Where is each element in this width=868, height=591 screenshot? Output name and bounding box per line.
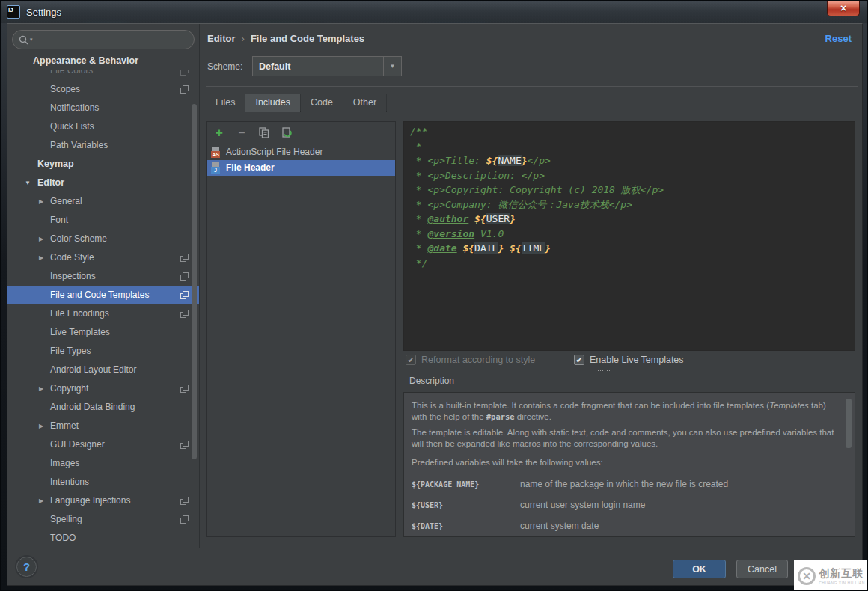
sidebar-item-images[interactable]: Images <box>7 454 199 473</box>
sidebar-items: ScopesNotificationsQuick ListsPath Varia… <box>7 80 199 548</box>
sidebar-item-notifications[interactable]: Notifications <box>7 99 199 117</box>
scheme-dropdown[interactable]: Default ▼ <box>252 56 402 76</box>
titlebar[interactable]: IJ Settings × <box>1 1 867 23</box>
template-editor[interactable]: /** * * <p>Title: ${NAME}</p> * <p>Descr… <box>403 121 855 351</box>
expand-arrow-icon[interactable]: ▶ <box>39 230 43 248</box>
shared-settings-icon <box>180 272 189 281</box>
close-button[interactable]: × <box>827 1 860 16</box>
tab-includes[interactable]: Includes <box>245 94 300 112</box>
scheme-value: Default <box>253 61 383 72</box>
intellij-logo-icon: IJ <box>7 5 20 19</box>
sidebar-item-todo[interactable]: TODO <box>7 529 199 548</box>
revert-icon[interactable] <box>280 126 293 140</box>
expand-arrow-icon[interactable]: ▶ <box>39 248 43 267</box>
variable-description: current system date <box>520 521 841 532</box>
ok-button[interactable]: OK <box>673 560 726 578</box>
sidebar-scrollbar-thumb[interactable] <box>192 104 197 459</box>
sidebar-item-file-and-code-templates[interactable]: File and Code Templates <box>7 286 199 304</box>
live-templates-checkbox[interactable]: ✔ <box>574 355 584 365</box>
sidebar-item-label: Quick Lists <box>50 121 94 132</box>
cancel-button[interactable]: Cancel <box>736 560 788 578</box>
code-line: * @author ${USER} <box>410 212 855 227</box>
expand-arrow-icon[interactable]: ▶ <box>39 379 43 398</box>
sidebar-item-label: File Encodings <box>50 308 109 319</box>
sidebar-item-code-style[interactable]: ▶Code Style <box>7 248 199 267</box>
sidebar-item-copyright[interactable]: ▶Copyright <box>7 379 199 398</box>
expand-arrow-icon[interactable]: ▶ <box>39 417 43 435</box>
search-input[interactable] <box>37 34 188 45</box>
description-scrollbar-thumb[interactable] <box>846 399 852 448</box>
window-title: Settings <box>26 7 61 18</box>
shared-settings-icon <box>180 385 189 393</box>
breadcrumb-editor[interactable]: Editor <box>207 33 236 44</box>
sidebar-item-file-encodings[interactable]: File Encodings <box>7 304 199 323</box>
collapse-arrow-icon[interactable]: ▼ <box>25 174 31 192</box>
list-item-label: File Header <box>226 162 275 173</box>
sidebar-item-label: Images <box>50 458 79 468</box>
reset-link[interactable]: Reset <box>825 33 852 44</box>
tab-other[interactable]: Other <box>343 94 386 112</box>
code-line: * <p>Description: </p> <box>410 168 855 183</box>
template-tabs: FilesIncludesCodeOther <box>206 94 387 112</box>
variables-intro: Predefined variables will take the follo… <box>412 457 841 468</box>
sidebar-item-label: File and Code Templates <box>50 290 150 300</box>
shared-settings-icon <box>180 310 189 318</box>
sidebar-item-android-data-binding[interactable]: Android Data Binding <box>7 398 199 417</box>
tab-code[interactable]: Code <box>301 94 343 112</box>
footer-separator <box>7 548 862 548</box>
code-line: */ <box>410 256 855 271</box>
sidebar-item-emmet[interactable]: ▶Emmet <box>7 417 199 435</box>
sidebar-item-label: Language Injections <box>50 495 130 506</box>
file-template-icon: J <box>211 162 221 174</box>
sidebar-item-label: Android Data Binding <box>50 402 135 412</box>
live-templates-checkbox-row: ✔ Enable Live Templates <box>574 355 684 365</box>
sidebar-item-editor[interactable]: ▼Editor <box>7 174 199 192</box>
sidebar-group-appearance-behavior[interactable]: Appearance & Behavior <box>7 51 199 70</box>
add-icon[interactable]: + <box>213 126 226 140</box>
description-paragraph: The template is editable. Along with sta… <box>412 427 841 450</box>
variable-description: name of the package in which the new fil… <box>520 479 841 490</box>
expand-arrow-icon[interactable]: ▶ <box>39 192 43 211</box>
sidebar-item-scopes[interactable]: Scopes <box>7 80 199 99</box>
tab-files[interactable]: Files <box>206 94 245 112</box>
sidebar-item-general[interactable]: ▶General <box>7 192 199 211</box>
chevron-down-icon[interactable]: ▼ <box>383 57 401 76</box>
description-paragraph: This is a built-in template. It contains… <box>412 400 841 423</box>
sidebar-item-label: Path Variables <box>50 140 108 150</box>
sidebar-item-label: Android Layout Editor <box>50 364 136 375</box>
sidebar-item-spelling[interactable]: Spelling <box>7 510 199 529</box>
sidebar-item-file-types[interactable]: File Types <box>7 342 199 361</box>
expand-arrow-icon[interactable]: ▶ <box>39 492 43 510</box>
page-title: File and Code Templates <box>251 33 364 44</box>
search-options-arrow-icon[interactable]: ▾ <box>30 37 33 43</box>
sidebar-item-keymap[interactable]: Keymap <box>7 155 199 174</box>
copy-icon[interactable] <box>257 126 271 140</box>
sidebar-item-color-scheme[interactable]: ▶Color Scheme <box>7 230 199 248</box>
code-line: * @version V1.0 <box>410 227 855 242</box>
sidebar-item-path-variables[interactable]: Path Variables <box>7 136 199 155</box>
splitter-handle-icon[interactable] <box>397 322 400 349</box>
live-templates-checkbox-label: Enable Live Templates <box>590 355 684 365</box>
focus-indicator <box>598 370 610 371</box>
settings-window: IJ Settings × ▾ File Colors Appearance &… <box>0 0 868 591</box>
variable-name: ${DATE} <box>412 521 520 532</box>
sidebar-item-label: Intentions <box>50 477 89 487</box>
sidebar-item-label: Copyright <box>50 383 88 394</box>
list-item-actionscript-file-header[interactable]: ASActionScript File Header <box>207 144 395 160</box>
settings-search-box[interactable]: ▾ <box>12 30 195 49</box>
help-button[interactable]: ? <box>16 557 37 577</box>
reformat-checkbox[interactable]: ✔ <box>406 355 416 365</box>
sidebar-item-inspections[interactable]: Inspections <box>7 267 199 286</box>
remove-icon[interactable]: − <box>235 126 248 140</box>
sidebar-item-live-templates[interactable]: Live Templates <box>7 323 199 342</box>
sidebar-item-quick-lists[interactable]: Quick Lists <box>7 117 199 136</box>
sidebar-item-gui-designer[interactable]: GUI Designer <box>7 435 199 454</box>
settings-dialog: ▾ File Colors Appearance & Behavior Scop… <box>7 23 863 586</box>
list-item-file-header[interactable]: JFile Header <box>207 160 395 176</box>
reformat-checkbox-row: ✔ Reformat according to style <box>406 355 535 365</box>
sidebar-item-font[interactable]: Font <box>7 211 199 230</box>
sidebar-item-intentions[interactable]: Intentions <box>7 473 199 492</box>
sidebar-item-label: Spelling <box>50 514 82 524</box>
sidebar-item-language-injections[interactable]: ▶Language Injections <box>7 492 199 510</box>
sidebar-item-android-layout-editor[interactable]: Android Layout Editor <box>7 361 199 379</box>
